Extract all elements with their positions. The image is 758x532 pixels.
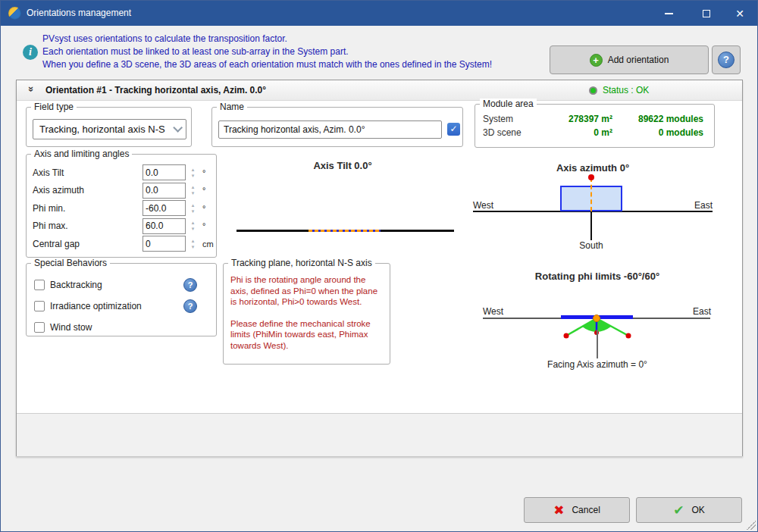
field-type-select[interactable]: Tracking, horizontal axis N-S — [33, 119, 186, 139]
orientation-panel: » Orientation #1 - Tracking horizontal a… — [16, 80, 743, 456]
add-orientation-button[interactable]: + Add orientation — [550, 45, 709, 74]
spinner-up-icon[interactable]: ▴ — [192, 238, 195, 244]
spinner-up-icon[interactable]: ▴ — [192, 220, 195, 226]
central-gap-unit: cm — [202, 239, 214, 249]
irradiance-optimization-checkbox[interactable] — [34, 301, 45, 311]
phi-west-label: West — [483, 306, 503, 317]
phi-max-unit: ° — [202, 221, 205, 230]
axis-angles-label: Axis and limiting angles — [31, 149, 132, 159]
pvsyst-app-icon — [8, 7, 21, 20]
axis-angles-group: Axis and limiting angles Axis Tilt ▴▾ ° … — [26, 154, 217, 258]
backtracking-help-icon[interactable]: ? — [183, 278, 197, 292]
close-icon: ✕ — [735, 8, 744, 20]
tracking-plane-description: Phi is the rotating angle around the axi… — [230, 274, 384, 361]
info-text: PVsyst uses orientations to calculate th… — [42, 33, 492, 71]
close-button[interactable]: ✕ — [722, 1, 757, 26]
minimize-icon — [665, 13, 673, 14]
phi-min-stepper[interactable]: ▴▾ — [188, 200, 198, 216]
phi-max-stepper[interactable]: ▴▾ — [188, 218, 198, 234]
name-input[interactable] — [218, 120, 442, 139]
axis-tilt-unit: ° — [202, 168, 205, 177]
info-line-3: When you define a 3D scene, the 3D areas… — [42, 58, 492, 71]
axis-azimuth-stepper[interactable]: ▴▾ — [188, 183, 198, 199]
azimuth-axis-dot — [588, 174, 594, 180]
spinner-down-icon[interactable]: ▾ — [192, 208, 195, 214]
phi-pointer-line — [597, 330, 598, 358]
collapse-chevrons-icon[interactable]: » — [26, 86, 37, 92]
spinner-down-icon[interactable]: ▾ — [192, 226, 195, 232]
tracking-plane-label: Tracking plane, horizontal N-S axis — [228, 258, 375, 268]
maximize-button[interactable] — [689, 1, 724, 26]
name-label: Name — [217, 102, 247, 112]
ok-check-icon: ✔ — [673, 502, 684, 518]
ok-button[interactable]: ✔ OK — [636, 497, 742, 523]
plus-icon: + — [590, 54, 603, 67]
name-group: Name ✓ — [211, 107, 463, 147]
azimuth-axis-dashed-line — [590, 177, 592, 211]
spinner-down-icon[interactable]: ▾ — [192, 173, 195, 179]
module-area-group: Module area System 278397 m² 89622 modul… — [475, 104, 715, 148]
panel-footer — [17, 413, 742, 456]
orientation-header[interactable]: » Orientation #1 - Tracking horizontal a… — [17, 80, 742, 101]
title-bar[interactable]: Orientations management ✕ — [1, 1, 757, 26]
minimize-button[interactable] — [651, 1, 686, 26]
azimuth-west-label: West — [473, 200, 493, 211]
irradiance-optimization-label: Irradiance optimization — [50, 301, 142, 311]
field-type-label: Field type — [31, 102, 77, 112]
scene-area-value: 0 m² — [551, 127, 612, 138]
scene-label: 3D scene — [483, 127, 551, 138]
backtracking-label: Backtracking — [50, 280, 102, 290]
phi-max-row: Phi max. ▴▾ ° — [27, 217, 216, 236]
add-orientation-label: Add orientation — [608, 55, 669, 65]
wind-stow-label: Wind stow — [50, 322, 92, 333]
name-checked-checkbox[interactable]: ✓ — [447, 123, 460, 136]
phi-min-unit: ° — [202, 204, 205, 213]
special-behavior-rows: Backtracking ? Irradiance optimization ?… — [27, 274, 216, 338]
scene-modules-value: 0 modules — [612, 127, 703, 138]
info-icon: i — [23, 45, 38, 60]
field-type-value: Tracking, horizontal axis N-S — [39, 124, 165, 135]
azimuth-south-line — [590, 211, 592, 240]
orientation-title: Orientation #1 - Tracking horizontal axi… — [45, 85, 266, 95]
central-gap-input[interactable] — [143, 236, 186, 252]
spinner-down-icon[interactable]: ▾ — [192, 190, 195, 196]
spinner-down-icon[interactable]: ▾ — [192, 244, 195, 250]
resize-grip[interactable] — [747, 521, 756, 530]
axis-azimuth-input[interactable] — [143, 183, 186, 199]
spinner-up-icon[interactable]: ▴ — [192, 202, 195, 208]
system-area-value: 278397 m² — [551, 114, 612, 124]
phi-min-input[interactable] — [143, 200, 186, 216]
phi-max-label: Phi max. — [33, 221, 68, 231]
phi-max-input[interactable] — [143, 218, 186, 234]
central-gap-label: Central gap — [33, 239, 80, 249]
info-line-1: PVsyst uses orientations to calculate th… — [42, 33, 492, 45]
axis-tilt-label: Axis Tilt — [33, 167, 64, 178]
status-label: Status : OK — [603, 85, 649, 95]
ok-label: OK — [691, 505, 704, 515]
central-gap-stepper[interactable]: ▴▾ — [188, 236, 198, 252]
axis-tilt-tracker-line — [309, 230, 381, 233]
cancel-button[interactable]: ✖ Cancel — [524, 497, 630, 523]
phi-limits-diagram-title: Rotating phi limits -60°/60° — [484, 271, 711, 282]
field-type-group: Field type Tracking, horizontal axis N-S — [26, 107, 192, 147]
maximize-icon — [703, 10, 710, 17]
axis-tilt-row: Axis Tilt ▴▾ ° — [27, 164, 216, 182]
tracking-plane-paragraph-2: Please define the mechanical stroke limi… — [230, 318, 384, 352]
backtracking-checkbox[interactable] — [34, 280, 45, 290]
wind-stow-checkbox[interactable] — [34, 322, 45, 333]
info-line-2: Each orientation must be linked to at le… — [42, 45, 492, 58]
chevron-down-icon — [173, 123, 183, 133]
spinner-up-icon[interactable]: ▴ — [192, 167, 195, 173]
spinner-up-icon[interactable]: ▴ — [192, 184, 195, 190]
phi-min-label: Phi min. — [33, 203, 65, 214]
irradiance-help-icon[interactable]: ? — [183, 299, 197, 313]
help-button[interactable]: ? — [712, 45, 741, 74]
irradiance-optimization-row: Irradiance optimization ? — [27, 296, 216, 317]
phi-min-row: Phi min. ▴▾ ° — [27, 199, 216, 217]
backtracking-row: Backtracking ? — [27, 274, 216, 296]
cancel-x-icon: ✖ — [553, 502, 564, 518]
axis-tilt-stepper[interactable]: ▴▾ — [188, 164, 198, 180]
axis-tilt-input[interactable] — [143, 164, 186, 180]
module-area-label: Module area — [480, 99, 537, 109]
axis-azimuth-diagram-title: Axis azimuth 0° — [479, 162, 706, 174]
